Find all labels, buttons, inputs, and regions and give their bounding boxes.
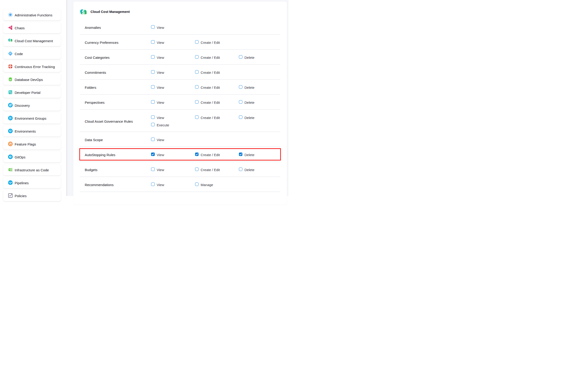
administrative-functions-icon — [8, 12, 13, 17]
checkbox-label: Create / Edit — [201, 40, 220, 44]
checkbox-delete-unchecked[interactable] — [239, 85, 243, 89]
permission-option: View — [151, 115, 164, 119]
checkbox-view-unchecked[interactable] — [151, 138, 155, 141]
checkbox-delete-unchecked[interactable] — [239, 115, 243, 119]
checkbox-create-edit-unchecked[interactable] — [195, 40, 199, 44]
checkbox-create-edit-checked[interactable] — [195, 152, 199, 156]
permission-option: View — [151, 100, 164, 104]
permission-option: Delete — [239, 167, 254, 171]
permission-option: View — [151, 167, 164, 171]
checkbox-label: Create / Edit — [201, 86, 220, 89]
checkbox-delete-unchecked[interactable] — [239, 55, 243, 59]
sidebar-module-card-policies[interactable]: Policies — [3, 190, 61, 196]
permission-row-label: AutoStopping Rules — [85, 153, 115, 157]
checkbox-label: View — [157, 138, 164, 142]
module-card-label: Policies — [15, 194, 27, 196]
cloud-cost-management-icon — [8, 38, 13, 43]
environment-groups-icon — [8, 116, 13, 120]
sidebar-module-card-environment-groups[interactable]: Environment Groups — [3, 112, 61, 124]
module-card-label: Feature Flags — [15, 142, 36, 146]
permission-row-perspectives: PerspectivesViewCreate / EditDelete — [80, 95, 280, 109]
checkbox-delete-unchecked[interactable] — [239, 100, 243, 104]
module-card-label: Environment Groups — [15, 116, 47, 120]
developer-portal-icon — [8, 90, 13, 95]
sidebar-module-card-code[interactable]: Code — [3, 48, 61, 59]
sidebar-module-card-administrative-functions[interactable]: Administrative Functions — [3, 9, 61, 20]
checkbox-view-unchecked[interactable] — [151, 167, 155, 171]
sidebar-module-card-chaos[interactable]: Chaos — [3, 22, 61, 33]
checkbox-label: View — [157, 168, 164, 172]
checkbox-label: View — [157, 71, 164, 74]
checkbox-view-unchecked[interactable] — [151, 85, 155, 89]
discovery-icon — [8, 103, 13, 107]
module-card-label: Environments — [15, 129, 36, 133]
continuous-error-tracking-icon — [8, 64, 13, 69]
checkbox-label: View — [157, 101, 164, 105]
sidebar-module-card-gitops[interactable]: GitOps — [3, 151, 61, 162]
sidebar-module-card-environments[interactable]: Environments — [3, 125, 61, 137]
permission-row-label: Anomalies — [85, 26, 101, 30]
checkbox-label: Execute — [157, 123, 169, 127]
sidebar-module-card-infrastructure-as-code[interactable]: Infrastructure as Code — [3, 164, 61, 175]
checkbox-delete-checked[interactable] — [239, 152, 243, 156]
sidebar-module-card-developer-portal[interactable]: Developer Portal — [3, 87, 61, 98]
checkbox-create-edit-unchecked[interactable] — [195, 100, 199, 104]
sidebar-module-card-feature-flags[interactable]: Feature Flags — [3, 138, 61, 149]
checkbox-label: Delete — [245, 101, 254, 105]
checkbox-label: Create / Edit — [201, 168, 220, 172]
permission-row-currency-preferences: Currency PreferencesViewCreate / Edit — [80, 35, 280, 50]
permission-row-label: Commitments — [85, 71, 106, 74]
checkbox-view-checked[interactable] — [151, 152, 155, 156]
checkbox-view-unchecked[interactable] — [151, 70, 155, 74]
checkbox-manage-unchecked[interactable] — [195, 182, 199, 186]
checkbox-label: View — [157, 40, 164, 44]
checkbox-label: View — [157, 183, 164, 187]
permission-row-label: Data Scope — [85, 138, 103, 142]
checkbox-view-unchecked[interactable] — [151, 40, 155, 44]
module-card-label: Database DevOps — [15, 78, 43, 82]
checkbox-view-unchecked[interactable] — [151, 100, 155, 104]
checkbox-label: View — [157, 116, 164, 120]
sidebar-module-card-continuous-error-tracking[interactable]: Continuous Error Tracking — [3, 61, 61, 72]
permission-option: Create / Edit — [195, 152, 220, 156]
checkbox-create-edit-unchecked[interactable] — [195, 70, 199, 74]
permission-row-budgets: BudgetsViewCreate / EditDelete — [80, 162, 280, 177]
checkbox-create-edit-unchecked[interactable] — [195, 115, 199, 119]
permission-row-label: Folders — [85, 86, 96, 89]
checkbox-create-edit-unchecked[interactable] — [195, 85, 199, 89]
permission-row-cloud-asset-governance-rules: Cloud Asset Governance RulesViewCreate /… — [80, 109, 280, 132]
checkbox-create-edit-unchecked[interactable] — [195, 55, 199, 59]
policies-icon — [8, 193, 13, 196]
checkbox-view-unchecked[interactable] — [151, 55, 155, 59]
chaos-icon — [8, 25, 13, 30]
sidebar-module-card-cloud-cost-management[interactable]: Cloud Cost Management — [3, 35, 61, 46]
checkbox-label: View — [157, 86, 164, 89]
checkbox-view-unchecked[interactable] — [151, 25, 155, 29]
feature-flags-icon — [8, 142, 13, 146]
sidebar-module-card-pipelines[interactable]: Pipelines — [3, 177, 61, 188]
checkbox-view-unchecked[interactable] — [151, 182, 155, 186]
code-icon — [8, 51, 13, 56]
module-card-label: Pipelines — [15, 181, 29, 185]
permission-row-label: Currency Preferences — [85, 40, 118, 44]
permission-option: Create / Edit — [195, 40, 220, 44]
checkbox-delete-unchecked[interactable] — [239, 167, 243, 171]
checkbox-execute-unchecked[interactable] — [151, 123, 155, 126]
cloud-cost-management-icon — [80, 9, 87, 14]
checkbox-view-unchecked[interactable] — [151, 115, 155, 119]
permission-row-label: Cost Categories — [85, 56, 110, 60]
panel-header: Cloud Cost Management — [91, 9, 130, 14]
permission-row-recommendations: RecommendationsViewManage — [80, 177, 280, 192]
permission-option: Delete — [239, 152, 254, 156]
sidebar-module-card-database-devops[interactable]: Database DevOps — [3, 74, 61, 85]
permission-row-label: Recommendations — [85, 183, 114, 187]
permission-option: Create / Edit — [195, 100, 220, 104]
module-card-label: Developer Portal — [15, 91, 40, 95]
sidebar-module-card-discovery[interactable]: Discovery — [3, 100, 61, 111]
permission-option: Delete — [239, 55, 254, 59]
permission-option: View — [151, 138, 164, 141]
permission-option: Execute — [151, 123, 169, 127]
module-card-label: Discovery — [15, 104, 30, 107]
checkbox-create-edit-unchecked[interactable] — [195, 167, 199, 171]
module-card-label: Infrastructure as Code — [15, 168, 49, 172]
